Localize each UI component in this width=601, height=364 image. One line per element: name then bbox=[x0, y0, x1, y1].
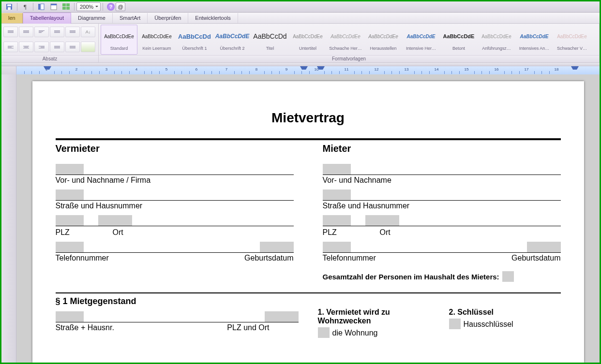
style--berschrift-2[interactable]: AaBbCcDdEÜberschrift 2 bbox=[214, 25, 251, 55]
style-betont[interactable]: AaBbCcDdEBetont bbox=[440, 25, 477, 55]
shading-icon[interactable] bbox=[81, 42, 95, 52]
document-canvas[interactable]: Mietvertrag Vermieter Vor- und Nachname … bbox=[16, 74, 600, 363]
numbering-icon[interactable] bbox=[19, 27, 33, 37]
checkbox-icon[interactable] bbox=[449, 319, 461, 329]
zoom-select[interactable]: 200% bbox=[76, 2, 101, 11]
group-absatz: A↓ Absatz bbox=[1, 24, 99, 62]
tab-truncated[interactable]: len bbox=[1, 13, 23, 23]
pilcrow-icon[interactable]: ¶ bbox=[19, 2, 31, 12]
label-tel: Telefonnummer bbox=[56, 254, 109, 262]
heading-section1: § 1 Mietgegenstand bbox=[56, 296, 299, 306]
field-line[interactable] bbox=[56, 240, 294, 253]
help-icon[interactable]: ? bbox=[107, 3, 115, 11]
at-icon[interactable]: @ bbox=[116, 2, 125, 11]
placeholder-icon[interactable] bbox=[323, 242, 351, 252]
placeholder-icon[interactable] bbox=[56, 189, 84, 200]
col-vermieter: Vermieter Vor- und Nachname / Firma Stra… bbox=[56, 143, 294, 282]
style-standard[interactable]: AaBbCcDdEeStandard bbox=[101, 25, 137, 55]
ruler-gap bbox=[1, 63, 600, 66]
label-plz: PLZ bbox=[323, 228, 365, 237]
style-untertitel[interactable]: AaBbCcDdEeUntertitel bbox=[289, 25, 326, 55]
quick-access-toolbar: ¶ 200% ? @ bbox=[1, 1, 600, 13]
placeholder-icon[interactable] bbox=[56, 164, 84, 175]
field-line[interactable] bbox=[323, 188, 561, 201]
field-line[interactable] bbox=[56, 162, 294, 175]
line-spacing-icon[interactable] bbox=[65, 42, 80, 52]
style-kein-leerraum[interactable]: AaBbCcDdEeKein Leerraum bbox=[138, 25, 175, 55]
label-dob: Geburtsdatum bbox=[244, 254, 293, 262]
style-intensive-her-[interactable]: AaBbCcDdEIntensive Her… bbox=[403, 25, 439, 55]
sort-icon[interactable]: A↓ bbox=[81, 27, 95, 37]
field-line[interactable] bbox=[323, 240, 561, 253]
placeholder-icon[interactable] bbox=[98, 215, 132, 226]
group-title-formatvorlagen: Formatvorlagen bbox=[99, 55, 599, 62]
placeholder-icon[interactable] bbox=[56, 215, 84, 226]
placeholder-icon[interactable] bbox=[323, 164, 351, 175]
label-household: Gesamtzahl der Personen im Haushalt des … bbox=[323, 271, 561, 282]
field-line[interactable] bbox=[56, 309, 299, 322]
separator bbox=[56, 292, 561, 293]
placeholder-icon[interactable] bbox=[502, 271, 514, 282]
label-street: Straße und Hausnummer bbox=[323, 202, 561, 210]
justify-icon[interactable] bbox=[50, 42, 64, 52]
style-schwache-her-[interactable]: AaBbCcDdEeSchwache Her… bbox=[327, 25, 364, 55]
tab-entwicklertools[interactable]: Entwicklertools bbox=[188, 13, 238, 23]
ribbon-tabs: len Tabellenlayout Diagramme SmartArt Üb… bbox=[1, 13, 600, 24]
svg-rect-3 bbox=[38, 4, 40, 10]
style-herausstellen[interactable]: AaBbCcDdEeHerausstellen bbox=[365, 25, 402, 55]
style-anf-hrungsz-[interactable]: AaBbCcDdEeAnführungsz… bbox=[478, 25, 515, 55]
indent-right-icon[interactable] bbox=[65, 27, 80, 37]
svg-rect-2 bbox=[8, 7, 11, 10]
align-left-icon[interactable] bbox=[3, 42, 18, 52]
tab-diagramme[interactable]: Diagramme bbox=[71, 13, 113, 23]
multilevel-icon[interactable] bbox=[34, 27, 49, 37]
label-dob: Geburtsdatum bbox=[511, 254, 560, 262]
field-line[interactable] bbox=[323, 213, 561, 226]
style--berschrift-1[interactable]: AaBbCcDdÜberschrift 1 bbox=[176, 25, 213, 55]
doc-title: Mietvertrag bbox=[56, 110, 561, 126]
placeholder-icon[interactable] bbox=[323, 215, 351, 226]
separator bbox=[56, 138, 561, 140]
tab-smartart[interactable]: SmartArt bbox=[113, 13, 148, 23]
checkbox-icon[interactable] bbox=[318, 327, 330, 338]
layout-icon[interactable] bbox=[48, 2, 60, 12]
group-title-absatz: Absatz bbox=[1, 55, 98, 62]
tab-tabellenlayout[interactable]: Tabellenlayout bbox=[23, 13, 71, 24]
label-tel: Telefonnummer bbox=[323, 254, 376, 262]
group-formatvorlagen: AaBbCcDdEeStandardAaBbCcDdEeKein Leerrau… bbox=[99, 24, 600, 62]
tab-ueberpruefen[interactable]: Überprüfen bbox=[148, 13, 188, 23]
heading-sub1: 1. Vermietet wird zu Wohnzwecken bbox=[318, 308, 430, 325]
placeholder-icon[interactable] bbox=[260, 242, 294, 252]
heading-mieter: Mieter bbox=[323, 143, 561, 154]
col-mieter: Mieter Vor- und Nachname Straße und Haus… bbox=[323, 143, 561, 282]
label-name: Vor- und Nachname / Firma bbox=[56, 176, 294, 185]
placeholder-icon[interactable] bbox=[265, 311, 299, 322]
field-line[interactable] bbox=[323, 162, 561, 175]
sidebar-toggle-icon[interactable] bbox=[35, 2, 47, 12]
save-icon[interactable] bbox=[3, 2, 15, 12]
placeholder-icon[interactable] bbox=[56, 311, 84, 322]
svg-rect-6 bbox=[51, 4, 57, 5]
zoom-value: 200% bbox=[80, 4, 93, 10]
label-street: Straße und Hausnummer bbox=[56, 202, 294, 210]
style-schwacher-v-[interactable]: AaBbCcDdEeSchwacher V… bbox=[554, 25, 590, 55]
style-intensives-an-[interactable]: AaBbCcDdEIntensives An… bbox=[516, 25, 553, 55]
svg-rect-4 bbox=[41, 4, 44, 10]
label-wohnung: die Wohnung bbox=[332, 329, 378, 337]
placeholder-icon[interactable] bbox=[365, 215, 399, 226]
label-ort: Ort bbox=[380, 228, 391, 237]
bullets-icon[interactable] bbox=[3, 27, 18, 37]
gallery-icon[interactable] bbox=[60, 2, 72, 12]
field-line[interactable] bbox=[56, 188, 294, 201]
indent-left-icon[interactable] bbox=[50, 27, 64, 37]
field-line[interactable] bbox=[56, 213, 294, 226]
align-right-icon[interactable] bbox=[34, 42, 49, 52]
align-center-icon[interactable] bbox=[19, 42, 33, 52]
vertical-ruler[interactable] bbox=[1, 74, 16, 363]
placeholder-icon[interactable] bbox=[323, 189, 351, 200]
label-ort: Ort bbox=[113, 228, 123, 237]
heading-sub2: 2. Schlüssel bbox=[449, 308, 561, 317]
style-titel[interactable]: AaBbCcDdTitel bbox=[252, 25, 288, 55]
placeholder-icon[interactable] bbox=[56, 242, 84, 252]
placeholder-icon[interactable] bbox=[527, 242, 561, 252]
